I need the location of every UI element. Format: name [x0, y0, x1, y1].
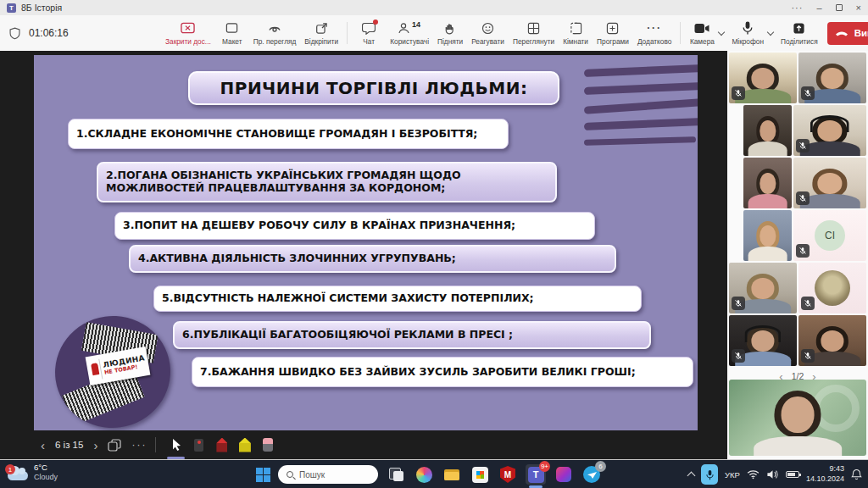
camera-options-chevron[interactable]	[718, 28, 725, 35]
mute-indicator	[732, 349, 745, 363]
start-button[interactable]	[256, 468, 270, 482]
slide-canvas[interactable]: ПРИЧИНИ ТОРГІВЛІ ЛЮДЬМИ: 1.СКЛАДНЕ ЕКОНО…	[34, 55, 698, 430]
participant-tile[interactable]	[729, 315, 797, 366]
microphone-button[interactable]: Мікрофон	[727, 19, 768, 47]
participant-tile[interactable]	[743, 105, 792, 156]
highlighter-icon	[239, 438, 251, 452]
people-button[interactable]: 14 Користувачі	[386, 19, 433, 47]
shield-icon	[8, 27, 21, 40]
muted-mic-icon	[798, 247, 807, 255]
hangup-icon	[835, 30, 849, 36]
tray-expand-chevron[interactable]	[687, 472, 696, 480]
smiley-icon	[481, 21, 494, 36]
clock-widget[interactable]: 9:43 14.10.2024	[806, 464, 844, 484]
taskbar-icon-copilot[interactable]	[414, 464, 434, 485]
weather-condition: Cloudy	[34, 473, 58, 481]
taskbar-icon-m365[interactable]	[554, 464, 574, 485]
participant-tile[interactable]: СІ	[793, 210, 866, 261]
participant-tile[interactable]	[798, 263, 866, 313]
mute-indicator	[796, 244, 810, 258]
microphone-options-chevron[interactable]	[767, 28, 774, 35]
notification-bell-icon[interactable]	[851, 469, 862, 480]
unpin-button[interactable]: Відкріпити	[300, 19, 342, 47]
participant-tile[interactable]	[743, 210, 792, 261]
view-button[interactable]: Переглянути	[509, 19, 559, 47]
participant-tile[interactable]	[743, 158, 792, 208]
presentation-stage: ПРИЧИНИ ТОРГІВЛІ ЛЮДЬМИ: 1.СКЛАДНЕ ЕКОНО…	[0, 51, 727, 459]
share-button[interactable]: Поділитися	[776, 19, 822, 47]
slide-title: ПРИЧИНИ ТОРГІВЛІ ЛЮДЬМИ:	[188, 71, 559, 105]
slide-item-6: 6.ПУБЛІКАЦІЇ БАГАТООБІЦЯЮЧОЇ РЕКЛАМИ В П…	[173, 321, 651, 349]
participant-tile[interactable]	[793, 105, 866, 156]
window-close-button[interactable]: ×	[856, 3, 861, 13]
participant-tile[interactable]	[798, 315, 866, 366]
layout-button[interactable]: Макет	[215, 19, 249, 47]
react-button[interactable]: Реагувати	[467, 19, 509, 47]
window-maximize-button[interactable]	[836, 4, 843, 11]
person-silhouette	[743, 158, 792, 208]
grid-view-icon	[527, 21, 540, 36]
apps-button[interactable]: Програми	[593, 19, 633, 47]
muted-mic-icon	[798, 141, 807, 150]
battery-icon[interactable]	[786, 471, 799, 478]
presenter-video[interactable]	[729, 380, 866, 456]
speaker-icon[interactable]	[766, 469, 779, 480]
taskbar-icon-teams[interactable]: 9+	[526, 464, 546, 485]
camera-button[interactable]: Камера	[685, 19, 719, 47]
chat-button[interactable]: Чат	[352, 19, 386, 47]
participants-panel: СІ ‹ 1/2 ›	[727, 51, 868, 459]
initials-avatar: СІ	[815, 220, 845, 251]
eraser-tool[interactable]	[256, 435, 279, 455]
presentation-controls: ‹ 6 із 15 › ···	[0, 430, 727, 459]
participant-tile[interactable]	[729, 263, 797, 313]
hand-icon	[444, 21, 456, 36]
muted-mic-icon	[734, 299, 743, 308]
close-access-button[interactable]: Закрити дос...	[161, 19, 215, 47]
people-count: 14	[412, 20, 420, 29]
muted-mic-icon	[804, 352, 812, 360]
window-title: 8Б Історія	[21, 3, 62, 13]
taskbar-icon-mcafee[interactable]	[498, 464, 518, 485]
more-button[interactable]: ··· Додатково	[633, 19, 676, 47]
participant-tile[interactable]	[793, 158, 866, 208]
taskbar-icon-telegram[interactable]: 6	[581, 464, 602, 485]
taskbar-icon-store[interactable]	[470, 464, 490, 485]
window-more-button[interactable]: ···	[791, 3, 803, 13]
slide-grid-button[interactable]	[108, 439, 121, 452]
muted-mic-icon	[804, 299, 812, 308]
laser-pointer-tool[interactable]	[187, 435, 210, 455]
rooms-button[interactable]: Кімнати	[559, 19, 593, 47]
slide-item-4: 4.АКТИВНА ДІЯЛЬНІСТЬ ЗЛОЧИННИХ УГРУПУВАН…	[129, 245, 616, 273]
decorative-stripes	[584, 67, 698, 154]
meeting-toolbar: 01:06:16 Закрити дос... Макет Пр. перегл…	[0, 15, 868, 51]
search-icon	[287, 471, 293, 478]
language-indicator[interactable]: УКР	[725, 470, 740, 480]
laser-pointer-icon	[194, 439, 203, 452]
teams-app-icon: T	[7, 3, 16, 13]
participant-tile[interactable]	[729, 53, 797, 103]
participant-tile[interactable]	[798, 53, 866, 103]
presentation-more-button[interactable]: ···	[131, 440, 147, 450]
window-minimize-button[interactable]: –	[816, 3, 821, 13]
toolbar-buttons: Закрити дос... Макет Пр. перегляд Відкрі…	[161, 19, 868, 47]
next-slide-button[interactable]: ›	[93, 439, 97, 452]
slide-item-7: 7.БАЖАННЯ ШВИДКО БЕЗ ЗАЙВИХ ЗУСИЛЬ ЗАРОБ…	[192, 357, 693, 387]
raise-hand-button[interactable]: Підняти	[433, 19, 467, 47]
pointer-tool[interactable]	[164, 435, 187, 455]
taskbar-icon-taskview[interactable]	[386, 464, 406, 485]
pen-tool[interactable]	[210, 435, 233, 455]
ellipsis-icon: ···	[647, 21, 662, 36]
taskbar-icon-explorer[interactable]	[442, 464, 462, 485]
person-silhouette	[729, 380, 866, 456]
weather-widget[interactable]: 1 6°C Cloudy	[8, 463, 58, 481]
tray-microphone-button[interactable]	[701, 464, 718, 485]
taskbar-search[interactable]: Пошук	[278, 465, 378, 484]
leave-button[interactable]: Вийти	[827, 22, 868, 45]
muted-mic-icon	[734, 352, 743, 360]
wifi-icon[interactable]	[747, 469, 760, 480]
highlighter-tool[interactable]	[233, 435, 256, 455]
people-icon: 14	[398, 21, 420, 36]
presenter-view-button[interactable]: Пр. перегляд	[249, 19, 301, 47]
previous-slide-button[interactable]: ‹	[41, 439, 45, 452]
plus-app-icon	[606, 21, 619, 36]
